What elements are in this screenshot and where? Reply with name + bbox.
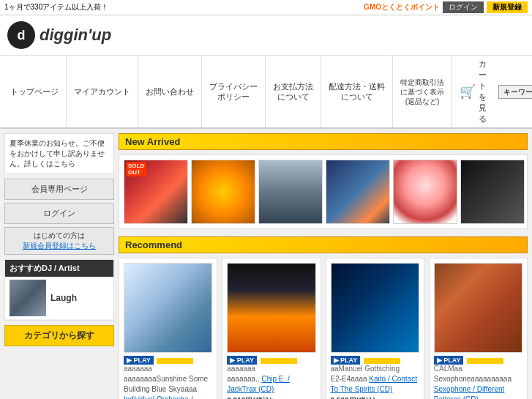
recommend-item-1: ▶ PLAY aaaaaaa aaaaaaaaSunshine Some Bui… — [119, 258, 217, 399]
play-btn-3[interactable]: ▶ PLAY — [331, 356, 361, 365]
rec-text-1: aaaaaaaaSunshine Some Building Blue Skya… — [124, 374, 212, 399]
header: d diggin'up — [0, 15, 532, 55]
dj-name: Laugh — [50, 293, 77, 303]
dj-avatar — [10, 280, 46, 316]
rec-text-2: aaaaaaa.. Chip E. / JackTrax (CD) — [227, 374, 315, 395]
cart-icon: 🛒 — [460, 83, 476, 100]
sidebar-register[interactable]: はじめての方は 新規会員登録はこちら — [4, 227, 114, 255]
nav-search: キーワード検索 国 — [494, 56, 532, 127]
play-btn-2[interactable]: ▶ PLAY — [227, 356, 257, 365]
new-album-5[interactable] — [393, 160, 457, 224]
logo-icon: d — [7, 21, 35, 49]
play-row-2: ▶ PLAY aaaaaaa — [227, 356, 315, 373]
top-bar-info: 1ヶ月で330アイテム以上入荷！ — [4, 2, 108, 12]
recommend-header: Recommend — [119, 236, 528, 253]
nav-top[interactable]: トップページ — [3, 56, 67, 127]
play-bar-2 — [261, 358, 297, 364]
new-arrived-header: New Arrived — [119, 133, 528, 150]
top-bar: 1ヶ月で330アイテム以上入荷！ GMOとくとくポイント ログイン 新規登録 — [0, 0, 532, 15]
sidebar-notice: 夏季休業のお知らせ。ご不便をおかけして申し訳ありません。詳しくはこちら — [4, 133, 114, 174]
nav: トップページ マイアカウント お問い合わせ プライバシーポリシー お支払方法につ… — [0, 55, 532, 129]
nav-legal[interactable]: 特定商取引法に基づく表示(返品など) — [393, 56, 452, 127]
sidebar-dj-title: おすすめDJ / Artist — [5, 260, 113, 277]
login-button[interactable]: ログイン — [443, 1, 484, 13]
dj-item[interactable]: Laugh — [5, 277, 113, 320]
rec-price-3: 2,500円(税込) — [331, 396, 419, 399]
sale-badge: SOLDOUT — [126, 162, 146, 176]
sidebar: 夏季休業のお知らせ。ご不便をおかけして申し訳ありません。詳しくはこちら 会員専用… — [4, 133, 114, 399]
dj-avatar-image — [10, 280, 46, 316]
logo-text: diggin'up — [40, 26, 111, 45]
sidebar-member-btn[interactable]: 会員専用ページ — [4, 179, 114, 200]
play-btn-1[interactable]: ▶ PLAY — [124, 356, 154, 365]
nav-payment[interactable]: お支払方法について — [266, 56, 321, 127]
sidebar-login-btn[interactable]: ログイン — [4, 203, 114, 224]
nav-contact[interactable]: お問い合わせ — [138, 56, 202, 127]
search-category-select[interactable]: キーワード検索 — [498, 85, 532, 99]
nav-privacy[interactable]: プライバシーポリシー — [202, 56, 266, 127]
play-btn-4[interactable]: ▶ PLAY — [434, 356, 464, 365]
main: 夏季休業のお知らせ。ご不便をおかけして申し訳ありません。詳しくはこちら 会員専用… — [0, 129, 532, 399]
nav-cart[interactable]: 🛒 カートを見る — [452, 56, 494, 127]
content: New Arrived SOLDOUT Recommend ▶ PLAY — [119, 133, 528, 399]
sidebar-dj-section: おすすめDJ / Artist Laugh — [4, 259, 114, 321]
rec-text-3: E2-E4aaaa Kaito / Contact To The Spirits… — [331, 374, 419, 395]
play-row-3: ▶ PLAY aaManuel Gottsching — [331, 356, 419, 373]
new-album-4[interactable] — [326, 160, 390, 224]
nav-account[interactable]: マイアカウント — [67, 56, 138, 127]
gmo-link[interactable]: GMOとくとくポイント — [364, 2, 440, 12]
recommend-item-3: ▶ PLAY aaManuel Gottsching E2-E4aaaa Kai… — [326, 258, 424, 399]
play-bar-1 — [157, 358, 193, 364]
rec-price-2: 2,310円(税込) — [227, 396, 315, 399]
rec-text-4: Sexophoneaaaaaaaaaa Sexophone / Differen… — [434, 374, 522, 399]
top-bar-right: GMOとくとくポイント ログイン 新規登録 — [364, 1, 528, 13]
register-button[interactable]: 新規登録 — [487, 1, 528, 13]
recommend-item-2: ▶ PLAY aaaaaaa aaaaaaa.. Chip E. / JackT… — [222, 258, 321, 399]
rec-album-4[interactable] — [434, 263, 522, 353]
rec-album-1[interactable] — [124, 263, 212, 353]
register-line1: はじめての方は — [10, 231, 109, 241]
new-album-6[interactable] — [460, 160, 525, 224]
recommend-item-4: ▶ PLAY CALMaa Sexophoneaaaaaaaaaa Sexoph… — [429, 258, 528, 399]
sidebar-category[interactable]: カテゴリから探す — [4, 325, 114, 346]
new-arrived-grid: SOLDOUT — [119, 154, 528, 229]
play-row-1: ▶ PLAY aaaaaaa — [124, 356, 212, 373]
new-album-2[interactable] — [191, 160, 255, 224]
rec-album-3[interactable] — [331, 263, 419, 353]
register-line2: 新規会員登録はこちら — [10, 241, 109, 251]
play-row-4: ▶ PLAY CALMaa — [434, 356, 522, 373]
new-album-1[interactable]: SOLDOUT — [124, 160, 188, 224]
rec-album-2[interactable] — [227, 263, 315, 353]
play-bar-4 — [467, 358, 503, 364]
new-album-3[interactable] — [258, 160, 323, 224]
nav-shipping[interactable]: 配達方法・送料について — [321, 56, 393, 127]
play-bar-3 — [364, 358, 400, 364]
recommend-grid: ▶ PLAY aaaaaaa aaaaaaaaSunshine Some Bui… — [119, 258, 528, 399]
